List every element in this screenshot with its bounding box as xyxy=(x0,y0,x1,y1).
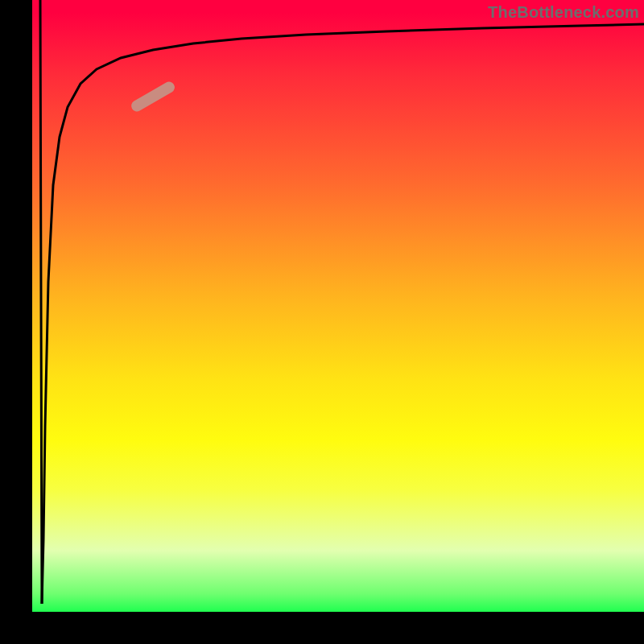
chart-root: TheBottleneck.com xyxy=(0,0,644,644)
x-axis-background xyxy=(0,612,644,644)
curve-marker xyxy=(130,80,177,114)
plot-area: TheBottleneck.com xyxy=(32,0,644,612)
bottleneck-curve-path xyxy=(42,24,644,604)
initial-drop-path xyxy=(40,0,42,604)
y-axis-background xyxy=(0,0,32,644)
curve-layer xyxy=(32,0,644,612)
